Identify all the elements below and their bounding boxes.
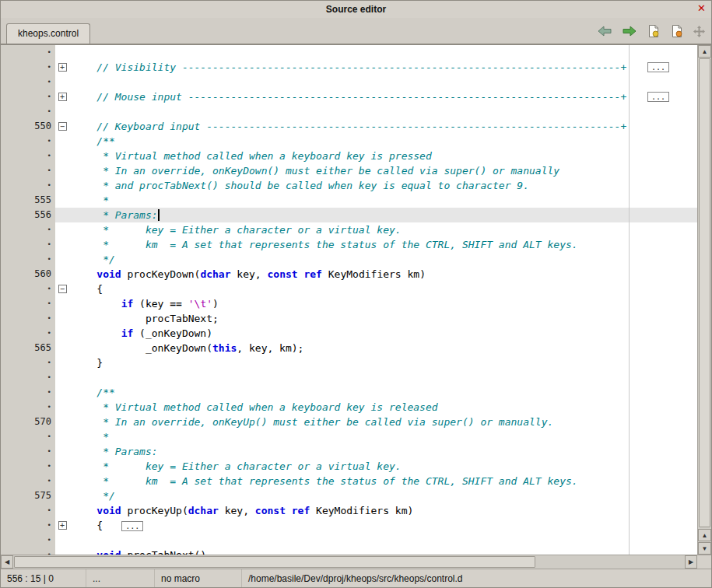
nav-forward-icon[interactable]: [622, 26, 637, 37]
titlebar[interactable]: Source editor ✕: [1, 1, 711, 18]
close-icon[interactable]: ✕: [697, 3, 706, 14]
fold-ellipsis[interactable]: ...: [647, 62, 669, 72]
code-text[interactable]: *: [69, 429, 697, 444]
code-text[interactable]: [69, 370, 697, 385]
code-text[interactable]: procTabNext;: [69, 311, 697, 326]
fold-margin[interactable]: −: [55, 119, 69, 134]
fold-margin[interactable]: +: [55, 89, 69, 104]
code-text[interactable]: */: [69, 488, 697, 503]
code-line[interactable]: •: [1, 533, 697, 548]
code-text[interactable]: * Params:: [69, 208, 697, 222]
scroll-left-button[interactable]: ◀: [1, 555, 13, 569]
code-line[interactable]: • *: [1, 429, 697, 444]
code-line[interactable]: • void procKeyUp(dchar key, const ref Ke…: [1, 503, 697, 518]
code-line[interactable]: • * In an override, onKeyDown() must eit…: [1, 163, 697, 178]
code-text[interactable]: [69, 533, 697, 548]
detach-icon[interactable]: [693, 26, 705, 37]
code-line[interactable]: • if (key == '\t'): [1, 296, 697, 311]
scroll-up-button[interactable]: ▲: [698, 45, 711, 58]
code-text[interactable]: }: [69, 355, 697, 370]
code-text[interactable]: // Mouse input -------------------------…: [69, 89, 697, 104]
code-line[interactable]: • /**: [1, 385, 697, 400]
fold-collapsed-icon[interactable]: +: [58, 93, 67, 101]
code-text[interactable]: * In an override, onKeyDown() must eithe…: [69, 163, 697, 178]
code-text[interactable]: * km = A set that represents the status …: [69, 237, 697, 252]
code-line[interactable]: • * Params:: [1, 444, 697, 459]
code-text[interactable]: * key = Either a character or a virtual …: [69, 459, 697, 474]
code-text[interactable]: /**: [69, 385, 697, 400]
horizontal-scrollbar[interactable]: ◀ ▶: [1, 555, 697, 569]
code-text[interactable]: if (_onKeyDown): [69, 326, 697, 341]
code-text[interactable]: * key = Either a character or a virtual …: [69, 222, 697, 237]
code-line[interactable]: •− {: [1, 282, 697, 296]
code-text[interactable]: [69, 45, 697, 60]
code-text[interactable]: * km = A set that represents the status …: [69, 474, 697, 488]
code-line[interactable]: • void procTabNext(): [1, 548, 697, 555]
code-text[interactable]: void procTabNext(): [69, 548, 697, 555]
fold-collapsed-icon[interactable]: +: [58, 521, 67, 530]
code-text[interactable]: * Params:: [69, 444, 697, 459]
code-text[interactable]: * and procTabNext() should be called whe…: [69, 178, 697, 193]
code-line[interactable]: • }: [1, 355, 697, 370]
fold-expanded-icon[interactable]: −: [58, 285, 67, 293]
code-line[interactable]: • /**: [1, 134, 697, 149]
save-document-as-icon[interactable]: [670, 24, 684, 38]
code-text[interactable]: // Visibility --------------------------…: [69, 60, 697, 75]
code-line[interactable]: • * key = Either a character or a virtua…: [1, 222, 697, 237]
code-line[interactable]: •+ // Visibility -----------------------…: [1, 60, 697, 75]
code-text[interactable]: */: [69, 252, 697, 267]
scroll-right-button[interactable]: ▶: [685, 555, 697, 569]
fold-margin[interactable]: +: [55, 60, 69, 75]
code-area[interactable]: ••+ // Visibility ----------------------…: [1, 45, 697, 555]
code-line[interactable]: • * key = Either a character or a virtua…: [1, 459, 697, 474]
code-text[interactable]: void procKeyDown(dchar key, const ref Ke…: [69, 267, 697, 282]
code-line[interactable]: 550− // Keyboard input -----------------…: [1, 119, 697, 134]
code-text[interactable]: /**: [69, 134, 697, 149]
code-line[interactable]: • * km = A set that represents the statu…: [1, 237, 697, 252]
code-line[interactable]: 570 * In an override, onKeyUp() must eit…: [1, 415, 697, 429]
code-text[interactable]: void procKeyUp(dchar key, const ref KeyM…: [69, 503, 697, 518]
code-line[interactable]: 560 void procKeyDown(dchar key, const re…: [1, 267, 697, 282]
fold-margin[interactable]: −: [55, 282, 69, 296]
code-line[interactable]: •+ {...: [1, 518, 697, 533]
code-line[interactable]: • if (_onKeyDown): [1, 326, 697, 341]
code-text[interactable]: * Virtual method called when a keyboard …: [69, 400, 697, 415]
nav-back-icon[interactable]: [597, 26, 612, 37]
code-line[interactable]: 575 */: [1, 488, 697, 503]
code-line[interactable]: • * Virtual method called when a keyboar…: [1, 149, 697, 163]
code-line[interactable]: • * Virtual method called when a keyboar…: [1, 400, 697, 415]
code-line[interactable]: •+ // Mouse input ----------------------…: [1, 89, 697, 104]
code-text[interactable]: {: [69, 282, 697, 296]
code-line[interactable]: •: [1, 75, 697, 89]
code-text[interactable]: * In an override, onKeyUp() must either …: [69, 415, 697, 429]
code-line[interactable]: 555 *: [1, 193, 697, 208]
code-text[interactable]: _onKeyDown(this, key, km);: [69, 341, 697, 355]
fold-ellipsis[interactable]: ...: [121, 521, 143, 531]
scroll-down-button[interactable]: ▼: [698, 542, 711, 555]
save-document-icon[interactable]: [647, 24, 661, 38]
fold-collapsed-icon[interactable]: +: [58, 63, 67, 72]
code-line[interactable]: • */: [1, 252, 697, 267]
code-text[interactable]: [69, 104, 697, 119]
fold-ellipsis[interactable]: ...: [647, 92, 669, 102]
fold-expanded-icon[interactable]: −: [58, 122, 67, 131]
code-line[interactable]: • * and procTabNext() should be called w…: [1, 178, 697, 193]
code-line[interactable]: •: [1, 104, 697, 119]
vertical-scroll-thumb[interactable]: [699, 58, 710, 527]
code-line[interactable]: •: [1, 370, 697, 385]
code-line[interactable]: • procTabNext;: [1, 311, 697, 326]
code-text[interactable]: if (key == '\t'): [69, 296, 697, 311]
code-line[interactable]: 565 _onKeyDown(this, key, km);: [1, 341, 697, 355]
code-text[interactable]: // Keyboard input ----------------------…: [69, 119, 697, 134]
code-text[interactable]: {...: [69, 518, 697, 533]
horizontal-scroll-thumb[interactable]: [14, 556, 535, 568]
scroll-up-button-bottom[interactable]: ▲: [698, 529, 711, 541]
code-text[interactable]: [69, 75, 697, 89]
fold-margin[interactable]: +: [55, 518, 69, 533]
vertical-scrollbar[interactable]: ▲ ▲ ▼: [697, 45, 711, 555]
code-text[interactable]: *: [69, 193, 697, 208]
code-line[interactable]: • * km = A set that represents the statu…: [1, 474, 697, 488]
code-line[interactable]: 556 * Params:: [1, 208, 697, 222]
code-line[interactable]: •: [1, 45, 697, 60]
code-text[interactable]: * Virtual method called when a keyboard …: [69, 149, 697, 163]
